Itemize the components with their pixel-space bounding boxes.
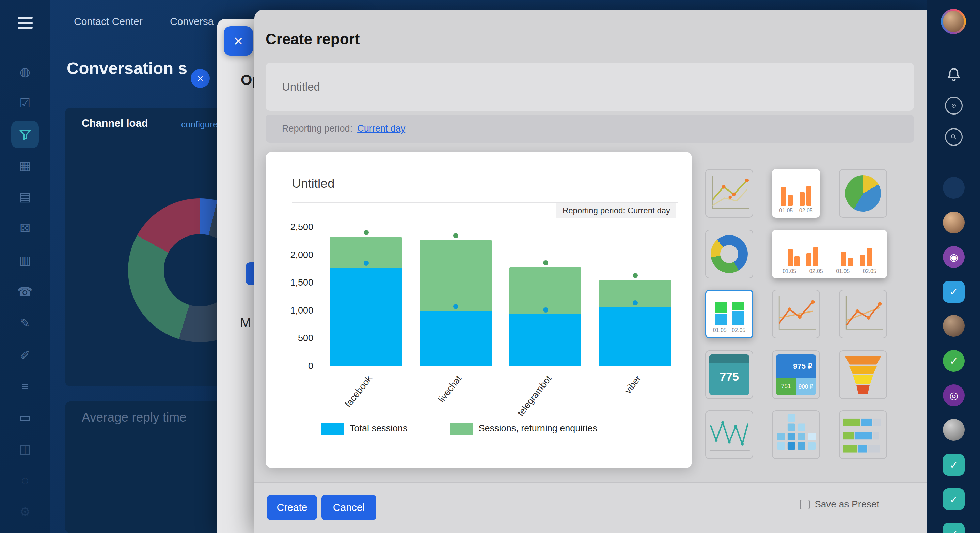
thumb-line-chart[interactable] (705, 169, 753, 218)
save-preset-label: Save as Preset (815, 499, 879, 510)
nav-conversations[interactable]: Conversa (170, 16, 213, 27)
profile-avatar[interactable] (941, 9, 966, 34)
sidebar-pencil-icon[interactable]: ✐ (0, 349, 50, 362)
save-preset-checkbox[interactable] (800, 499, 810, 509)
stacked-bar-icon: 01.0502.05 (710, 295, 748, 333)
bar-livechat-total-sessions (420, 311, 492, 366)
create-report-modal: Create report Reporting period: Current … (255, 10, 927, 533)
zigzag-line-icon (706, 411, 752, 458)
chat-search-icon[interactable] (927, 128, 980, 146)
channel-avatar-dark[interactable] (943, 177, 965, 199)
thumb-date-label: 02.05 (732, 327, 745, 333)
average-reply-title: Average reply time (82, 410, 186, 424)
thumb-line-chart-orange[interactable] (772, 290, 820, 338)
x-axis-label-facebook: facebook (343, 373, 374, 409)
channel-avatar-green-check[interactable]: ✓ (943, 350, 965, 372)
reporting-period-bar: Reporting period: Current day (266, 115, 914, 143)
legend-label-returning: Sessions, returning enquiries (479, 423, 597, 434)
thumb-pie-chart[interactable] (839, 169, 887, 218)
right-sidebar: ◉ ✓ ✓ ◎ ✓ ✓ ✓ (927, 0, 980, 533)
bar-chart-icon: 01.0502.05 (776, 234, 829, 274)
thumb-bar-chart-pair[interactable]: 01.0502.05 01.0502.05 (772, 230, 887, 278)
thumb-stacked-bar-chart-active[interactable]: 01.0502.05 (705, 290, 753, 338)
thumb-donut-chart[interactable] (705, 230, 753, 278)
configure-link[interactable]: configure (181, 119, 218, 130)
channel-avatar-purple[interactable]: ◉ (943, 246, 965, 268)
heatmap-icon (773, 411, 819, 458)
thumb-date-label: 02.05 (810, 268, 823, 274)
bar-telegrambot (509, 267, 581, 366)
secondary-panel-close-icon[interactable]: × (224, 26, 253, 56)
secondary-panel-clipped-label: M (240, 315, 251, 330)
sidebar-phone-icon[interactable]: ☎ (0, 286, 50, 298)
thumb-date-label: 01.05 (836, 268, 850, 274)
thumb-zigzag-line[interactable] (705, 410, 753, 459)
marker-dot (543, 260, 548, 265)
x-axis-label-telegrambot: telegrambot (515, 373, 554, 418)
page-close-icon[interactable]: × (191, 69, 210, 88)
thumb-bar-chart[interactable]: 01.0502.05 (772, 169, 820, 218)
bar-facebook (330, 237, 402, 366)
thumb-h-stacked-bars[interactable] (839, 410, 887, 459)
thumb-date-label: 02.05 (863, 268, 877, 274)
notifications-bell-icon[interactable] (927, 67, 980, 83)
thumb-counter[interactable]: 775 (705, 350, 753, 399)
report-preview-card: Untitled Reporting period: Current day 0… (266, 152, 692, 468)
sidebar-bot-icon[interactable]: ◍ (0, 66, 50, 78)
target-icon[interactable] (927, 97, 980, 115)
sidebar-schedule-icon[interactable]: ▦ (0, 160, 50, 172)
user-avatar[interactable] (943, 419, 965, 440)
sidebar-inbox-icon[interactable]: ▤ (0, 191, 50, 203)
user-avatar[interactable] (943, 212, 965, 233)
x-axis-label-livechat: livechat (436, 373, 464, 405)
line-chart-icon (706, 170, 752, 217)
channel-avatar-violet[interactable]: ◎ (943, 385, 965, 406)
line-chart-icon (840, 290, 886, 338)
screen: Contact Center Conversa ◍ ☑ ▦ ▤ ⚄ ▥ ☎ ✎ … (0, 0, 980, 533)
x-axis-label-viber: viber (623, 373, 643, 396)
thumb-funnel[interactable] (839, 350, 887, 399)
thumb-date-label: 01.05 (783, 268, 796, 274)
bar-facebook-total-sessions (330, 268, 402, 366)
app-avatar-blue-check[interactable]: ✓ (943, 281, 965, 303)
report-name-input[interactable] (266, 63, 914, 111)
bar-livechat (420, 240, 492, 366)
save-preset-control[interactable]: Save as Preset (800, 499, 879, 510)
app-avatar-teal-check[interactable]: ✓ (943, 488, 965, 510)
sidebar-globe-icon[interactable]: ◌ (0, 474, 50, 487)
sidebar-gear-icon[interactable]: ⚙ (0, 506, 50, 518)
create-button[interactable]: Create (267, 495, 317, 520)
app-avatar-teal-check[interactable]: ✓ (943, 523, 965, 533)
menu-icon[interactable] (18, 17, 33, 29)
modal-title: Create report (266, 31, 360, 48)
thumb-square-heatmap[interactable] (772, 410, 820, 459)
bar-viber (599, 280, 671, 366)
reporting-period-link[interactable]: Current day (357, 123, 405, 134)
thumb-counter-split[interactable]: 975 ₽ 751 900 ₽ (772, 350, 820, 399)
sidebar-package-icon[interactable]: ◫ (0, 443, 50, 455)
sidebar-form-icon[interactable]: ✎ (0, 317, 50, 330)
nav-contact-center[interactable]: Contact Center (74, 16, 143, 27)
thumb-date-label: 02.05 (799, 207, 813, 214)
modal-footer: Create Cancel Save as Preset (255, 482, 927, 533)
sidebar-chart-icon[interactable]: ≡ (0, 380, 50, 393)
app-avatar-teal-check[interactable]: ✓ (943, 454, 965, 476)
user-avatar[interactable] (943, 315, 965, 337)
bar-chart-icon: 01.0502.05 (829, 234, 883, 274)
counter-value: 775 (709, 370, 749, 383)
sidebar-filter-icon-selected[interactable] (11, 121, 39, 148)
sidebar-gamepad-icon[interactable]: ⚄ (0, 222, 50, 235)
thumb-line-chart-orange[interactable] (839, 290, 887, 338)
marker-dot (364, 261, 369, 266)
stacked-bar-chart: facebooklivechattelegrambotviber (266, 152, 692, 468)
counter-top-value: 975 ₽ (776, 354, 816, 378)
sidebar-card-icon[interactable]: ▭ (0, 412, 50, 424)
cancel-button[interactable]: Cancel (321, 495, 376, 520)
pie-chart-icon (845, 175, 881, 212)
counter-right-value: 900 ₽ (796, 378, 816, 395)
counter-split-icon: 975 ₽ 751 900 ₽ (776, 354, 816, 395)
sidebar-tasks-icon[interactable]: ☑ (0, 97, 50, 109)
donut-chart-icon (711, 235, 748, 273)
sidebar-cart-icon[interactable]: ▥ (0, 254, 50, 266)
marker-dot (633, 300, 638, 305)
